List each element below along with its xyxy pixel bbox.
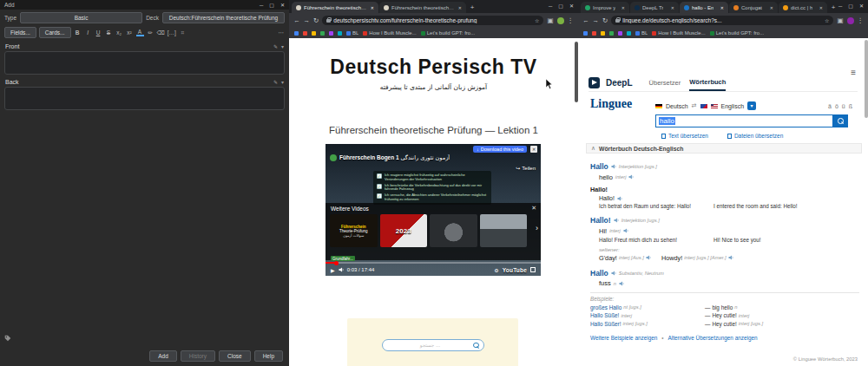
add-button[interactable]: Add bbox=[149, 350, 177, 362]
channel-avatar[interactable] bbox=[330, 154, 337, 161]
youtube-logo[interactable]: YouTube bbox=[503, 267, 527, 273]
browser-tab[interactable]: dict.cc | h ✕ bbox=[779, 2, 827, 13]
browser-tab[interactable]: hallo - En ✕ bbox=[680, 2, 728, 13]
fields-button[interactable]: Fields... bbox=[4, 27, 36, 38]
reload-icon[interactable]: ↻ bbox=[602, 16, 608, 24]
browser-tab[interactable]: Führerschein theoretische Prüf ✕ bbox=[379, 2, 466, 13]
tab-close-icon[interactable]: ✕ bbox=[671, 5, 674, 10]
download-chip-close-icon[interactable]: ✕ bbox=[530, 146, 537, 153]
video-thumbnail[interactable] bbox=[480, 214, 528, 247]
bookmark-favicon[interactable] bbox=[303, 31, 307, 36]
subscript-icon[interactable]: x₂ bbox=[115, 29, 123, 36]
special-char-button[interactable]: ö bbox=[835, 103, 838, 109]
special-char-button[interactable]: ü bbox=[842, 103, 845, 109]
sticky-pin-icon[interactable]: ✎ bbox=[273, 79, 278, 85]
dictionary-headword[interactable]: Hallo bbox=[590, 162, 608, 171]
bookmark-item[interactable]: How I Built Muscle... bbox=[363, 30, 416, 36]
close-button[interactable]: Close bbox=[219, 350, 251, 362]
speaker-icon[interactable] bbox=[628, 174, 634, 180]
bold-icon[interactable]: B bbox=[74, 29, 82, 36]
text-translate-link[interactable]: Text übersetzen bbox=[661, 133, 708, 139]
back-icon[interactable]: ← bbox=[582, 16, 589, 24]
maximize-button[interactable]: ▢ bbox=[269, 2, 274, 8]
bookmark-item[interactable]: Let's build GPT: fro... bbox=[710, 30, 765, 36]
extensions-icon[interactable]: ▣ bbox=[837, 16, 843, 24]
attachment-icon[interactable]: ⌗ bbox=[179, 29, 187, 36]
italic-icon[interactable]: I bbox=[84, 29, 92, 36]
strikethrough-icon[interactable]: S bbox=[105, 29, 113, 36]
next-thumbnails-icon[interactable]: › bbox=[536, 224, 538, 232]
dictionary-search-input[interactable]: hallo bbox=[655, 114, 833, 127]
translation-word[interactable]: G'day! bbox=[599, 254, 617, 262]
youtube-player[interactable]: ↓ Download this video ✕ Führerschein Bog… bbox=[326, 144, 541, 276]
menu-icon[interactable]: ⋮ bbox=[858, 16, 865, 24]
tab-close-icon[interactable]: ✕ bbox=[770, 5, 773, 10]
bookmark-item[interactable]: BL bbox=[635, 30, 648, 36]
more-videos-close-icon[interactable]: ✕ bbox=[531, 205, 536, 212]
tab-close-icon[interactable]: ✕ bbox=[720, 5, 724, 10]
bookmark-favicon[interactable] bbox=[294, 31, 299, 36]
swap-languages-icon[interactable]: ⇄ bbox=[692, 102, 697, 109]
download-video-chip[interactable]: ↓ Download this video bbox=[473, 146, 527, 153]
extensions-icon[interactable]: ▣ bbox=[547, 16, 553, 24]
more-examples-link[interactable]: Weitere Beispiele anzeigen bbox=[590, 335, 657, 341]
cards-button[interactable]: Cards... bbox=[39, 27, 71, 38]
fullscreen-icon[interactable] bbox=[530, 267, 536, 272]
address-bar[interactable]: deutschpersischtv.com/fuhrerschein-theor… bbox=[322, 16, 543, 25]
bookmark-favicon[interactable] bbox=[320, 31, 325, 36]
tab-close-icon[interactable]: ✕ bbox=[621, 5, 625, 10]
deck-button[interactable]: Deutsch:Führerschein theoretische Prüfun… bbox=[162, 12, 285, 23]
maximize-button[interactable]: ▢ bbox=[558, 3, 563, 9]
note-type-button[interactable]: Basic bbox=[20, 12, 142, 23]
translation-word[interactable]: hello bbox=[599, 173, 613, 181]
close-button[interactable]: ✕ bbox=[280, 2, 285, 8]
back-field-input[interactable] bbox=[4, 87, 285, 110]
bookmark-item[interactable]: BL bbox=[346, 30, 358, 36]
remove-format-icon[interactable]: ⌫ bbox=[157, 29, 165, 36]
video-thumbnail[interactable] bbox=[430, 214, 477, 247]
superscript-icon[interactable]: x² bbox=[126, 29, 134, 36]
minimize-button[interactable]: ─ bbox=[838, 3, 842, 9]
back-icon[interactable]: ← bbox=[293, 16, 300, 24]
profile-avatar[interactable] bbox=[847, 17, 854, 24]
speaker-icon[interactable] bbox=[611, 164, 616, 169]
new-tab-button[interactable]: + bbox=[828, 3, 838, 11]
target-language[interactable]: Englisch bbox=[721, 103, 744, 109]
linguee-logo[interactable]: Linguee bbox=[590, 97, 632, 111]
cloze-icon[interactable]: […] bbox=[168, 29, 176, 36]
language-dropdown-icon[interactable]: ▾ bbox=[747, 101, 756, 110]
video-thumbnail[interactable]: 2023 bbox=[380, 214, 428, 247]
browser-tab[interactable]: DeepL Tr ✕ bbox=[630, 2, 679, 13]
video-thumbnail[interactable]: Führerschein Theorie-Prüfung سوالات آزمو… bbox=[330, 214, 378, 247]
translation-word[interactable]: fuss bbox=[599, 279, 611, 287]
volume-icon[interactable] bbox=[339, 267, 344, 272]
video-title[interactable]: Führerschein Bogen 1 آزمون تئوری رانندگی bbox=[339, 154, 450, 161]
browser-tab[interactable]: Improve y ✕ bbox=[581, 2, 629, 13]
menu-icon[interactable]: ⋮ bbox=[568, 16, 575, 24]
nav-translator[interactable]: Übersetzer bbox=[649, 79, 681, 87]
sticky-pin-icon[interactable]: ✎ bbox=[273, 43, 278, 49]
bookmark-item[interactable]: Let's build GPT: fro... bbox=[421, 30, 476, 36]
bookmark-star-icon[interactable]: ☆ bbox=[825, 17, 829, 23]
play-icon[interactable]: ▶ bbox=[331, 267, 335, 273]
browser-tab[interactable]: Führerschein theoretische Prüf ✕ bbox=[292, 2, 378, 13]
highlight-icon[interactable]: ✏ bbox=[147, 29, 155, 36]
dictionary-headword[interactable]: Hallo bbox=[590, 269, 608, 278]
dictionary-section-header[interactable]: ∧ Wörterbuch Deutsch-Englisch bbox=[586, 143, 862, 154]
text-color-icon[interactable]: A bbox=[136, 29, 144, 36]
example-phrase-de[interactable]: Hallo Süße! interj bbox=[590, 312, 705, 318]
collapse-field-icon[interactable]: ▾ bbox=[281, 79, 284, 85]
bookmark-favicon[interactable] bbox=[583, 31, 588, 36]
bookmark-star-icon[interactable]: ☆ bbox=[535, 17, 539, 23]
tab-close-icon[interactable]: ✕ bbox=[371, 5, 374, 10]
tags-icon[interactable] bbox=[4, 335, 11, 342]
speaker-icon[interactable] bbox=[728, 255, 733, 260]
collapse-field-icon[interactable]: ▾ bbox=[281, 43, 284, 49]
document-translate-link[interactable]: Dateien übersetzen bbox=[727, 133, 783, 139]
share-button[interactable]: ↪ Teilen bbox=[516, 165, 536, 171]
bookmark-favicon[interactable] bbox=[601, 31, 605, 36]
deepl-logo-icon[interactable] bbox=[589, 77, 600, 88]
usage-word[interactable]: Hallo! bbox=[599, 195, 615, 201]
bookmark-favicon[interactable] bbox=[329, 31, 333, 36]
tab-close-icon[interactable]: ✕ bbox=[819, 5, 823, 10]
